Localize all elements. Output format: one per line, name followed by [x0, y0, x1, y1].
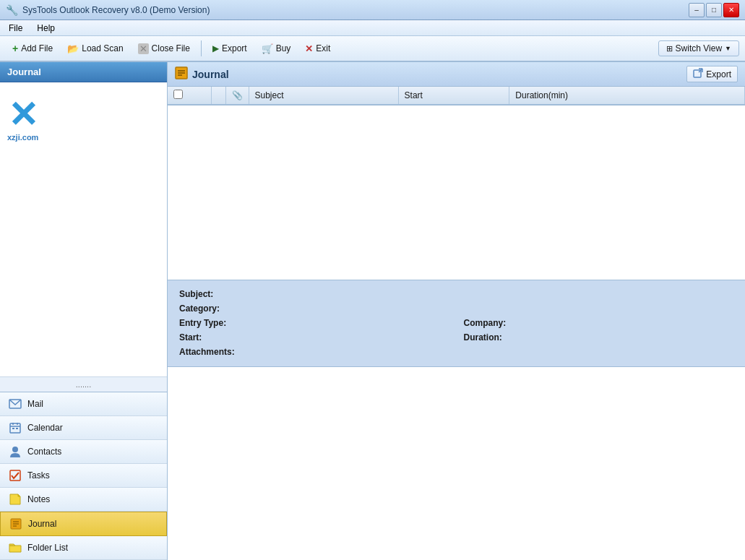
close-button[interactable]: ✕ [723, 3, 739, 17]
nav-items: Mail Calendar [0, 392, 167, 560]
export-button[interactable]: ▶ Export [206, 40, 254, 56]
contacts-icon [9, 445, 22, 458]
close-file-label: Close File [152, 43, 190, 53]
col-subject[interactable]: Subject [249, 87, 398, 105]
body-panel [168, 367, 745, 560]
content-title: Journal [175, 66, 229, 82]
switch-view-button[interactable]: ⊞ Switch View ▼ [658, 40, 739, 56]
nav-item-notes[interactable]: Notes [0, 488, 167, 512]
load-scan-label: Load Scan [82, 43, 123, 53]
col-attachment: 📎 [225, 87, 249, 105]
watermark-logo: ✕ xzji.com [7, 97, 38, 142]
sidebar-header: Journal [0, 62, 167, 82]
attachments-label: Attachments: [179, 347, 235, 357]
nav-item-tasks[interactable]: Tasks [0, 464, 167, 488]
export-label: Export [222, 43, 247, 53]
title-bar-controls: – □ ✕ [689, 3, 739, 17]
tasks-label: Tasks [27, 470, 50, 481]
start-label: Start: [179, 332, 202, 343]
svg-rect-6 [16, 428, 18, 429]
empty-bottom-right [464, 347, 734, 357]
notes-label: Notes [27, 494, 50, 504]
content-area: Journal Export [168, 62, 745, 560]
data-table: 📎 Subject Start Duration(min) [168, 87, 745, 105]
duration-field: Duration: [464, 332, 734, 343]
close-file-button[interactable]: ✕ Close File [132, 40, 197, 57]
detail-grid: Subject: Category: Entry Type: Company: … [179, 289, 733, 357]
subject-field: Subject: [179, 289, 449, 299]
subject-label: Subject: [179, 289, 213, 299]
entry-type-field: Entry Type: [179, 318, 449, 328]
separator-1 [201, 40, 202, 56]
menu-bar: File Help [0, 20, 745, 36]
notes-icon [9, 493, 22, 506]
col-checkbox[interactable] [168, 87, 211, 105]
load-scan-icon: 📂 [67, 43, 79, 54]
category-field: Category: [179, 303, 449, 314]
journal-icon [9, 517, 22, 530]
mail-icon [9, 397, 22, 410]
calendar-label: Calendar [27, 423, 63, 433]
company-field: Company: [464, 318, 734, 328]
add-file-label: Add File [21, 43, 53, 53]
add-file-icon: + [12, 43, 18, 54]
exit-button[interactable]: ✕ Exit [298, 40, 337, 57]
watermark: ✕ xzji.com [7, 97, 38, 142]
folder-list-label: Folder List [27, 543, 68, 553]
exit-label: Exit [316, 43, 330, 53]
app-icon: 🔧 [6, 4, 18, 16]
title-bar-left: 🔧 SysTools Outlook Recovery v8.0 (Demo V… [6, 4, 210, 16]
exit-icon: ✕ [305, 43, 313, 54]
content-export-icon [693, 68, 703, 80]
empty-top-right [464, 289, 734, 299]
content-export-button[interactable]: Export [686, 66, 738, 82]
table-header-row: 📎 Subject Start Duration(min) [168, 87, 745, 105]
window-title: SysTools Outlook Recovery v8.0 (Demo Ver… [22, 5, 210, 15]
start-field: Start: [179, 332, 449, 343]
menu-file[interactable]: File [6, 22, 25, 34]
nav-item-journal[interactable]: Journal [0, 512, 167, 536]
nav-item-mail[interactable]: Mail [0, 392, 167, 416]
watermark-x: ✕ [8, 97, 38, 133]
select-all-checkbox[interactable] [173, 90, 183, 99]
load-scan-button[interactable]: 📂 Load Scan [61, 40, 129, 57]
switch-view-icon: ⊞ [666, 44, 673, 53]
sidebar: Journal ✕ xzji.com ....... Mail [0, 62, 168, 560]
sidebar-dots: ....... [0, 376, 167, 392]
col-icon [211, 87, 225, 105]
col-start[interactable]: Start [398, 87, 509, 105]
menu-help[interactable]: Help [34, 22, 58, 34]
maximize-button[interactable]: □ [706, 3, 722, 17]
buy-label: Buy [276, 43, 291, 53]
add-file-button[interactable]: + Add File [6, 40, 59, 57]
title-bar: 🔧 SysTools Outlook Recovery v8.0 (Demo V… [0, 0, 745, 20]
nav-item-contacts[interactable]: Contacts [0, 440, 167, 464]
journal-label: Journal [28, 519, 56, 529]
svg-point-7 [12, 447, 18, 452]
svg-rect-5 [12, 428, 14, 429]
toolbar: + Add File 📂 Load Scan ✕ Close File ▶ Ex… [0, 36, 745, 62]
tasks-icon [9, 469, 22, 482]
export-icon: ▶ [212, 43, 219, 53]
watermark-site: xzji.com [7, 133, 38, 142]
company-label: Company: [464, 318, 507, 328]
empty-middle-right [464, 303, 734, 314]
svg-rect-1 [10, 423, 20, 433]
content-header: Journal Export [168, 62, 745, 87]
duration-label: Duration: [464, 332, 502, 343]
detail-panel: Subject: Category: Entry Type: Company: … [168, 280, 745, 367]
nav-item-calendar[interactable]: Calendar [0, 416, 167, 440]
sidebar-tree: ✕ xzji.com [0, 82, 167, 376]
table-area[interactable]: 📎 Subject Start Duration(min) [168, 87, 745, 280]
entry-type-label: Entry Type: [179, 318, 226, 328]
calendar-icon [9, 421, 22, 434]
minimize-button[interactable]: – [689, 3, 705, 17]
nav-item-folder-list[interactable]: Folder List [0, 536, 167, 560]
switch-view-arrow: ▼ [725, 45, 731, 52]
contacts-label: Contacts [27, 447, 61, 457]
buy-button[interactable]: 🛒 Buy [255, 40, 298, 57]
content-title-text: Journal [192, 69, 229, 80]
content-journal-icon [175, 66, 188, 82]
col-duration[interactable]: Duration(min) [509, 87, 745, 105]
folder-icon [9, 541, 22, 554]
